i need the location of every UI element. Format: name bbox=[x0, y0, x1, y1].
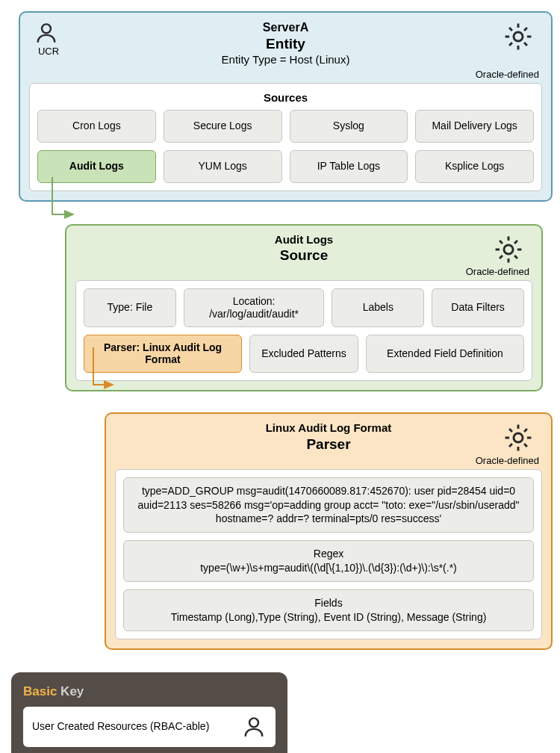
parser-title-block: Linux Audit Log Format Parser bbox=[115, 421, 542, 453]
source-item-ksplice[interactable]: Ksplice Logs bbox=[415, 150, 534, 183]
svg-point-3 bbox=[514, 433, 523, 442]
gear-icon bbox=[502, 20, 535, 53]
prop-excluded[interactable]: Excluded Patterns bbox=[249, 335, 358, 374]
ucr-label: UCR bbox=[34, 46, 63, 57]
parser-regex-block: Regex type=(\w+)\s+mg=audit\((\d[\{1,10}… bbox=[123, 540, 534, 582]
entity-panel: UCR ServerA Entity Entity Type = Host (L… bbox=[19, 11, 553, 202]
user-icon bbox=[34, 20, 59, 46]
entity-type: Entity Type = Host (Linux) bbox=[29, 53, 542, 67]
source-item-audit[interactable]: Audit Logs bbox=[37, 150, 156, 183]
regex-value: type=(\w+)\s+mg=audit\((\d[\{1,10})\.(\d… bbox=[131, 561, 526, 575]
oracle-defined-label: Oracle-defined bbox=[29, 69, 539, 80]
prop-type[interactable]: Type: File bbox=[84, 288, 176, 327]
source-item-yum[interactable]: YUM Logs bbox=[164, 150, 282, 183]
gear-icon bbox=[502, 421, 535, 454]
key-ucr-text: User Created Resources (RBAC-able) bbox=[32, 720, 209, 734]
fields-label: Fields bbox=[131, 596, 526, 610]
sources-title: Sources bbox=[37, 91, 534, 104]
parser-label: Parser bbox=[115, 436, 542, 453]
key-item-ucr: User Created Resources (RBAC-able) bbox=[23, 707, 276, 747]
parser-sample: type=ADD_GROUP msg=audit(1470660089.817:… bbox=[123, 477, 534, 533]
parser-details-box: type=ADD_GROUP msg=audit(1470660089.817:… bbox=[115, 469, 542, 639]
svg-point-2 bbox=[504, 244, 513, 253]
regex-label: Regex bbox=[131, 547, 526, 561]
entity-label: Entity bbox=[29, 35, 542, 53]
source-item-iptable[interactable]: IP Table Logs bbox=[290, 150, 408, 183]
user-icon bbox=[241, 714, 267, 740]
source-title-block: Audit Logs Source bbox=[75, 233, 532, 265]
svg-point-1 bbox=[514, 32, 523, 41]
svg-point-4 bbox=[249, 718, 258, 727]
sources-grid: Cron Logs Secure Logs Syslog Mail Delive… bbox=[37, 110, 534, 183]
entity-title-block: ServerA Entity Entity Type = Host (Linux… bbox=[29, 20, 542, 67]
prop-filters[interactable]: Data Filters bbox=[432, 288, 524, 327]
key-title: Basic Key bbox=[23, 684, 276, 699]
source-props-box: Type: File Location: /var/log/audit/audi… bbox=[75, 280, 532, 381]
server-name: ServerA bbox=[29, 20, 542, 35]
source-panel: Audit Logs Source Oracle-defined Type: F… bbox=[65, 224, 543, 392]
parser-panel: Linux Audit Log Format Parser Oracle-def… bbox=[105, 412, 553, 650]
prop-labels[interactable]: Labels bbox=[332, 288, 424, 327]
oracle-defined-label: Oracle-defined bbox=[75, 266, 529, 277]
source-item-mail[interactable]: Mail Delivery Logs bbox=[415, 110, 534, 143]
prop-location[interactable]: Location: /var/log/audit/audit* bbox=[184, 288, 325, 327]
fields-value: Timestamp (Long),Type (String), Event ID… bbox=[131, 610, 526, 625]
prop-extfield[interactable]: Extended Field Definition bbox=[366, 335, 524, 374]
source-name: Audit Logs bbox=[75, 233, 532, 247]
key-panel: Basic Key User Created Resources (RBAC-a… bbox=[11, 672, 287, 753]
parser-fields-block: Fields Timestamp (Long),Type (String), E… bbox=[123, 589, 534, 631]
source-label: Source bbox=[75, 247, 532, 264]
ucr-badge: UCR bbox=[34, 20, 63, 57]
source-item-secure[interactable]: Secure Logs bbox=[164, 110, 282, 143]
gear-icon bbox=[492, 233, 525, 266]
oracle-defined-label: Oracle-defined bbox=[115, 455, 539, 466]
sources-box: Sources Cron Logs Secure Logs Syslog Mai… bbox=[29, 83, 542, 191]
prop-parser[interactable]: Parser: Linux Audit Log Format bbox=[84, 335, 242, 374]
source-item-cron[interactable]: Cron Logs bbox=[37, 110, 156, 143]
source-item-syslog[interactable]: Syslog bbox=[290, 110, 408, 143]
svg-point-0 bbox=[42, 24, 51, 33]
parser-name: Linux Audit Log Format bbox=[115, 421, 542, 436]
